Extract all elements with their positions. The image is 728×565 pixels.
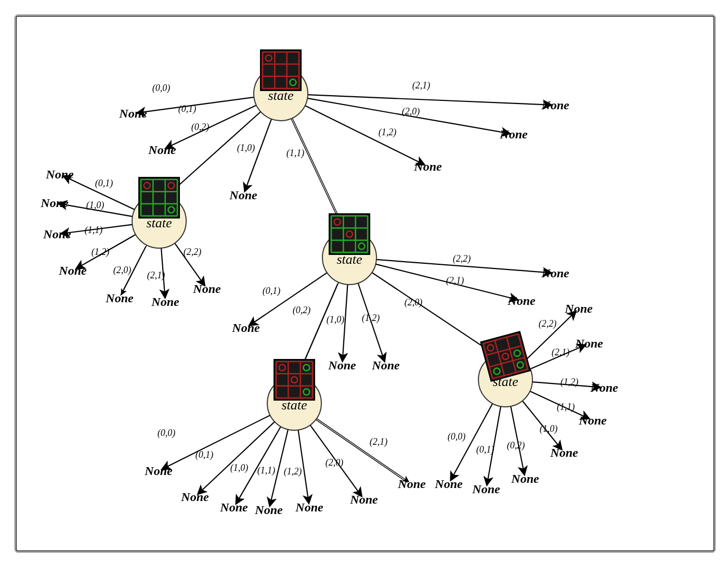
edge-label: (1,2) [362, 313, 380, 324]
edge-label: (2,0) [405, 297, 423, 308]
leaf-none: None [105, 291, 134, 305]
leaf-none: None [434, 477, 463, 491]
leaf-none: None [397, 477, 426, 491]
edge-label: (2,1) [147, 270, 165, 281]
leaf-none: None [578, 414, 607, 427]
leaf-none: None [590, 381, 618, 394]
tree-edge [372, 273, 499, 357]
leaf-none: None [229, 188, 257, 202]
tree-edge [317, 418, 409, 481]
edge-label: (1,1) [557, 402, 575, 413]
tree-edge [162, 415, 270, 469]
edge-label: (2,2) [539, 318, 557, 329]
leaf-none: None [40, 196, 69, 210]
edge-label: (0,1) [476, 444, 495, 455]
leaf-none: None [219, 500, 248, 514]
edge-label: (0,1) [263, 286, 281, 297]
edge-label: (0,0) [158, 428, 176, 439]
leaf-none: None [511, 472, 539, 485]
tree-edge [250, 273, 327, 325]
leaf-none: None [151, 295, 179, 309]
edge-label: (0,2) [507, 440, 525, 451]
edge-label: (1,2) [561, 377, 579, 388]
edge-label: (2,0) [326, 457, 344, 468]
edge-label: (1,2) [92, 247, 110, 258]
edge-label: (0,1) [95, 178, 113, 189]
leaf-none: None [192, 282, 221, 296]
leaf-none: None [349, 493, 378, 506]
leaf-none: None [231, 321, 260, 335]
edge-label: (1,0) [86, 200, 105, 211]
state-node: state [254, 50, 308, 121]
tree-diagram: (0,0)None(0,1)None(0,2)(1,0)None(1,1)(1,… [0, 0, 728, 565]
leaf-none: None [499, 127, 528, 141]
leaf-none: None [564, 302, 593, 315]
leaf-none: None [541, 98, 569, 112]
leaf-none: None [413, 160, 442, 173]
edge-label: (1,2) [379, 127, 397, 138]
leaf-none: None [472, 482, 500, 496]
tree-edge [451, 404, 492, 480]
tree-edge [308, 95, 551, 105]
state-node: state [267, 359, 321, 430]
edge-label: (0,1) [196, 450, 214, 460]
edge-label: (1,0) [540, 423, 558, 434]
edge-label: (1,0) [230, 463, 249, 473]
state-node: state [132, 177, 186, 248]
edge-label: (2,1) [370, 436, 388, 447]
grid-icon [139, 177, 179, 218]
edge-label: (2,1) [446, 275, 464, 286]
leaf-none: None [43, 227, 71, 241]
leaf-none: None [295, 500, 323, 514]
leaf-none: None [58, 264, 87, 277]
grid-icon [329, 214, 370, 254]
state-node: state [322, 214, 376, 285]
edge-label: (0,0) [152, 83, 171, 94]
grid-icon [274, 359, 315, 400]
edge-label: (1,1) [85, 225, 103, 236]
leaf-none: None [119, 107, 147, 120]
leaf-none: None [180, 490, 209, 504]
edge-label: (0,2) [191, 122, 210, 133]
edge-label: (2,2) [453, 253, 471, 264]
edge-label: (1,2) [284, 466, 302, 477]
leaf-none: None [254, 503, 283, 517]
leaf-none: None [575, 337, 603, 350]
leaf-none: None [45, 168, 74, 181]
edge-label: (2,1) [412, 80, 431, 91]
leaf-none: None [148, 143, 176, 157]
edge-label: (2,0) [113, 265, 132, 276]
edge-label: (2,2) [184, 247, 202, 258]
leaf-none: None [550, 446, 578, 459]
edge-label: (1,0) [237, 143, 255, 153]
edge-label: (2,1) [552, 347, 570, 358]
edge-label: (1,0) [327, 314, 345, 325]
tree-edge [245, 119, 271, 191]
state-node: state [478, 331, 532, 407]
leaf-none: None [328, 358, 356, 372]
edge-label: (1,1) [257, 465, 276, 476]
edge-label: (1,1) [287, 148, 305, 159]
leaf-none: None [371, 358, 400, 372]
leaf-none: None [541, 266, 569, 280]
edge-label: (0,1) [178, 104, 197, 114]
edge-label: (0,2) [293, 305, 311, 316]
edge-label: (0,0) [448, 431, 466, 442]
edge-label: (2,0) [402, 106, 420, 117]
leaf-none: None [507, 294, 536, 307]
grid-icon [261, 50, 301, 91]
leaf-none: None [144, 464, 173, 478]
